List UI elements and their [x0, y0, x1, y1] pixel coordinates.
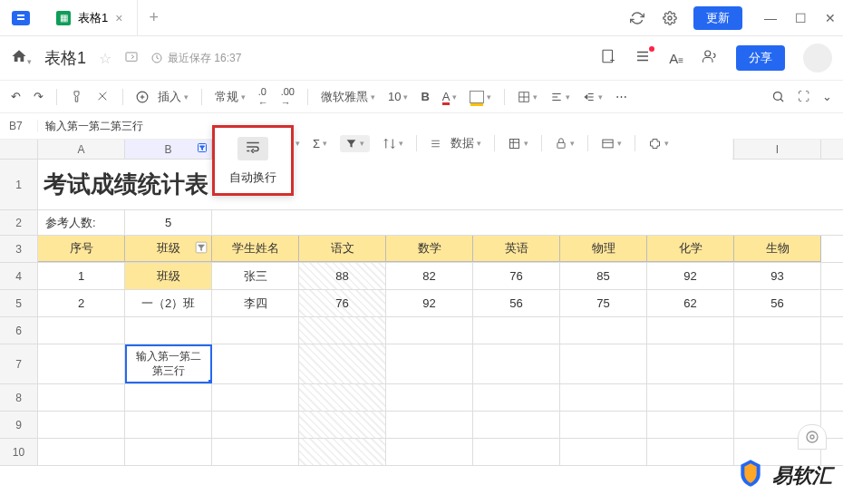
add-tab-button[interactable]: + — [138, 8, 170, 27]
cell-header[interactable]: 语文 — [299, 236, 386, 262]
cell-data[interactable]: 82 — [386, 263, 473, 289]
cell-empty[interactable] — [473, 344, 560, 383]
home-icon[interactable]: ▾ — [11, 48, 32, 68]
cell-empty[interactable] — [212, 317, 299, 344]
cell-selected-b7[interactable]: 输入第一第二第三行 — [125, 344, 212, 383]
insert-button[interactable]: 插入▾ — [136, 89, 189, 105]
minimize-icon[interactable]: — — [764, 11, 777, 25]
cell-empty[interactable] — [734, 384, 821, 411]
format-painter-icon[interactable] — [70, 90, 83, 103]
filter-indicator-icon[interactable] — [197, 142, 208, 156]
cell-empty[interactable] — [560, 344, 647, 383]
cell-data[interactable]: 85 — [560, 263, 647, 289]
cell-header[interactable]: 序号 — [38, 236, 125, 262]
cell-empty[interactable] — [212, 344, 299, 383]
cell-data[interactable]: 92 — [647, 263, 734, 289]
avatar[interactable] — [803, 44, 832, 73]
cell-empty[interactable] — [299, 384, 386, 411]
cell-empty[interactable] — [125, 317, 212, 344]
cell-empty[interactable] — [38, 384, 125, 411]
cell-empty[interactable] — [38, 412, 125, 438]
row-header-7[interactable]: 7 — [0, 344, 38, 384]
font-select[interactable]: 微软雅黑▾ — [321, 89, 375, 105]
cell-data[interactable]: 93 — [734, 263, 821, 289]
cell-empty[interactable] — [560, 317, 647, 344]
border-button[interactable]: ▾ — [518, 91, 538, 103]
row-header-8[interactable]: 8 — [0, 384, 38, 412]
cell-data[interactable]: 班级 — [125, 263, 212, 289]
new-doc-icon[interactable] — [600, 48, 616, 68]
cell-header[interactable]: 学生姓名 — [212, 236, 299, 262]
row-header-5[interactable]: 5 — [0, 290, 38, 317]
number-format-select[interactable]: 常规▾ — [215, 89, 246, 105]
lock-button[interactable]: ▾ — [555, 137, 575, 150]
cell-empty[interactable] — [386, 412, 473, 438]
close-tab-icon[interactable]: × — [115, 11, 122, 25]
cell-header[interactable]: 物理 — [560, 236, 647, 262]
filter-button[interactable]: ▾ — [340, 135, 370, 152]
cell-empty[interactable] — [212, 439, 299, 465]
decimal-dec-icon[interactable]: .0← — [258, 86, 268, 108]
cell-empty[interactable] — [212, 412, 299, 438]
cell-header[interactable]: 数学 — [386, 236, 473, 262]
cell-empty[interactable] — [647, 439, 734, 465]
cell-reference[interactable]: B7 — [0, 120, 38, 132]
cell-empty[interactable] — [734, 317, 821, 344]
plugin-button[interactable]: ▾ — [648, 137, 669, 150]
cell-data[interactable]: 76 — [473, 263, 560, 289]
cell-data[interactable]: 56 — [473, 290, 560, 316]
cell-empty[interactable] — [386, 317, 473, 344]
cell-empty[interactable] — [38, 317, 125, 344]
select-all-corner[interactable] — [0, 140, 38, 159]
list-icon[interactable] — [635, 48, 651, 68]
col-header-A[interactable]: A — [38, 140, 125, 159]
bold-button[interactable]: B — [421, 90, 429, 103]
share-button[interactable]: 分享 — [736, 45, 785, 71]
cell-empty[interactable] — [560, 384, 647, 411]
cell-empty[interactable] — [299, 412, 386, 438]
row-header-4[interactable]: 4 — [0, 263, 38, 290]
cell-data[interactable]: 56 — [734, 290, 821, 316]
cell-empty[interactable] — [560, 412, 647, 438]
cell-header[interactable]: 化学 — [647, 236, 734, 262]
wrap-text-label[interactable]: 自动换行 — [220, 164, 286, 188]
cell-empty[interactable] — [386, 384, 473, 411]
cell-header[interactable]: 英语 — [473, 236, 560, 262]
cell-empty[interactable] — [299, 317, 386, 344]
cell-header[interactable]: 生物 — [734, 236, 821, 262]
collab-icon[interactable] — [702, 48, 718, 68]
clear-format-icon[interactable] — [96, 90, 110, 103]
cell-empty[interactable] — [647, 384, 734, 411]
cell-data[interactable]: 李四 — [212, 290, 299, 316]
cell-empty[interactable] — [386, 344, 473, 383]
view-button[interactable]: ▾ — [601, 137, 622, 150]
help-button[interactable] — [798, 424, 827, 450]
cell-data[interactable]: 62 — [647, 290, 734, 316]
font-size-select[interactable]: 10▾ — [388, 90, 408, 103]
sort-button[interactable]: ▾ — [383, 137, 403, 150]
row-header-10[interactable]: 10 — [0, 439, 38, 466]
row-header-3[interactable]: 3 — [0, 236, 38, 263]
cell-empty[interactable] — [560, 439, 647, 465]
cell-empty[interactable] — [647, 344, 734, 383]
cell-header[interactable]: 班级 — [125, 236, 212, 262]
tab-sheet[interactable]: ▦ 表格1 × — [42, 0, 138, 36]
decimal-inc-icon[interactable]: .00→ — [281, 86, 295, 108]
indent-button[interactable]: ▾ — [583, 91, 603, 103]
filter-icon[interactable] — [195, 241, 208, 257]
refresh-icon[interactable] — [628, 9, 646, 27]
cell-b2[interactable]: 5 — [125, 210, 212, 235]
search-icon[interactable] — [771, 90, 785, 103]
more-icon[interactable]: ⋯ — [615, 90, 627, 103]
cell-merged-2[interactable] — [212, 210, 821, 235]
col-header-B[interactable]: B — [125, 140, 212, 159]
cell-empty[interactable] — [212, 384, 299, 411]
cell-data[interactable]: 88 — [299, 263, 386, 289]
cell-data[interactable]: 2 — [38, 290, 125, 316]
cell-empty[interactable] — [299, 439, 386, 465]
row-header-9[interactable]: 9 — [0, 412, 38, 439]
cell-data[interactable]: 76 — [299, 290, 386, 316]
row-header-2[interactable]: 2 — [0, 210, 38, 236]
cell-empty[interactable] — [473, 439, 560, 465]
col-header-I[interactable]: I — [734, 140, 821, 159]
